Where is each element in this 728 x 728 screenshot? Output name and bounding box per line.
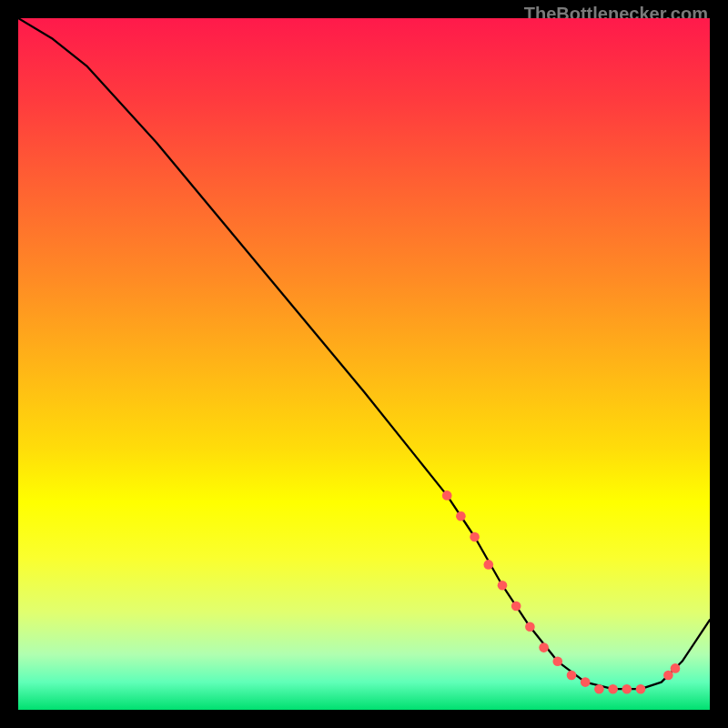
highlight-dots <box>442 490 680 693</box>
highlight-dot <box>539 642 549 652</box>
highlight-dot <box>622 684 632 694</box>
highlight-dot <box>442 490 452 500</box>
highlight-dot <box>567 671 577 681</box>
highlight-dot <box>525 622 535 632</box>
highlight-dot <box>663 671 673 681</box>
highlight-dot <box>671 663 681 673</box>
bottleneck-curve <box>18 18 710 689</box>
highlight-dot <box>581 677 591 687</box>
highlight-dot <box>636 684 646 694</box>
highlight-dot <box>511 602 521 612</box>
curve-layer <box>18 18 710 710</box>
chart-container: TheBottlenecker.com <box>0 0 728 728</box>
plot-area <box>18 18 710 710</box>
highlight-dot <box>483 560 493 570</box>
highlight-dot <box>456 511 466 521</box>
highlight-dot <box>470 532 480 542</box>
highlight-dot <box>594 684 604 694</box>
highlight-dot <box>552 656 562 666</box>
highlight-dot <box>498 581 508 591</box>
highlight-dot <box>608 684 618 694</box>
